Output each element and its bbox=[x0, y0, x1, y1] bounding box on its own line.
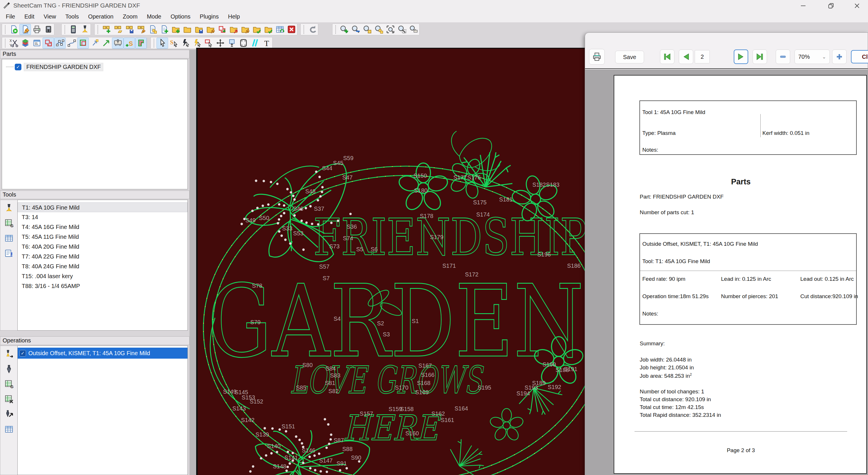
edit-start-points-button[interactable] bbox=[180, 38, 191, 49]
edit-drawing-button[interactable] bbox=[205, 24, 216, 35]
show-nodes-button[interactable] bbox=[54, 38, 66, 49]
restore-button[interactable] bbox=[822, 1, 840, 10]
edit-part-button[interactable] bbox=[135, 24, 147, 35]
layers-button[interactable] bbox=[20, 38, 31, 49]
undo-button[interactable] bbox=[306, 24, 318, 35]
check-drawing-button[interactable] bbox=[251, 24, 262, 35]
panel-splitter[interactable] bbox=[189, 50, 196, 475]
select-mode-button[interactable] bbox=[157, 38, 168, 49]
operation-checkbox[interactable]: ✓ bbox=[20, 350, 26, 357]
menu-plugins[interactable]: Plugins bbox=[195, 11, 223, 22]
open-part-button[interactable] bbox=[112, 24, 124, 35]
run-job-button[interactable] bbox=[79, 24, 91, 35]
op-export-button[interactable] bbox=[4, 409, 14, 419]
drawing-canvas[interactable]: FRIENDSHIP GARDEN LOVE GROWS HERE S44 bbox=[197, 49, 585, 475]
minimize-button[interactable] bbox=[795, 1, 812, 10]
zoom-in-button[interactable] bbox=[338, 24, 350, 35]
menu-view[interactable]: View bbox=[39, 11, 61, 22]
menu-zoom[interactable]: Zoom bbox=[118, 11, 142, 22]
refresh-nest-button[interactable] bbox=[274, 24, 286, 35]
operations-list[interactable]: ✓Outside Offset, KISMET, T1: 45A 10G Fin… bbox=[18, 346, 188, 475]
edit-contours-button[interactable] bbox=[66, 38, 77, 49]
job-list-options-button[interactable] bbox=[31, 38, 42, 49]
material-height-mode-button[interactable] bbox=[226, 38, 238, 49]
menu-tools[interactable]: Tools bbox=[61, 11, 84, 22]
operation-item[interactable]: ✓Outside Offset, KISMET, T1: 45A 10G Fin… bbox=[18, 348, 187, 359]
menu-help[interactable]: Help bbox=[223, 11, 245, 22]
new-drawing-button[interactable] bbox=[170, 24, 181, 35]
tool-item-t4[interactable]: T4: 45A 16G Fine Mild bbox=[18, 222, 187, 232]
quick-start-points-button[interactable] bbox=[191, 38, 203, 49]
previous-page-button[interactable] bbox=[679, 50, 693, 64]
delete-part-button[interactable] bbox=[286, 24, 297, 35]
import-toolpath-button[interactable] bbox=[216, 24, 228, 35]
pan-mode-button[interactable] bbox=[214, 38, 226, 49]
preview-area[interactable]: Tool 1: 45A 10G Fine Mild Type: Plasma K… bbox=[585, 69, 868, 475]
tool-item-t15[interactable]: T15: .004 laser kery bbox=[18, 271, 187, 281]
part-tree-item[interactable]: ✓ FRIENDSHIP GARDEN DXF bbox=[6, 62, 187, 72]
zoom-in-button[interactable] bbox=[832, 50, 846, 64]
op-table-button[interactable] bbox=[4, 424, 14, 435]
zoom-out-button[interactable] bbox=[776, 50, 790, 64]
zoom-out-button[interactable] bbox=[350, 24, 361, 35]
save-part-button[interactable] bbox=[124, 24, 135, 35]
edit-toolpath-button[interactable] bbox=[239, 24, 251, 35]
zoom-extents-button[interactable] bbox=[384, 24, 396, 35]
tool-table-button[interactable] bbox=[4, 233, 14, 243]
paste-part-button[interactable] bbox=[158, 24, 170, 35]
measure-button[interactable]: XY bbox=[8, 38, 20, 49]
tool-item-t7[interactable]: T7: 40A 22G Fine Mild bbox=[18, 251, 187, 261]
load-toolpath-button[interactable] bbox=[228, 24, 239, 35]
zoom-drawing-button[interactable] bbox=[396, 24, 408, 35]
zoom-machine-button[interactable] bbox=[408, 24, 419, 35]
show-offsets-button[interactable] bbox=[135, 38, 147, 49]
tool-item-t1[interactable]: T1: 45A 10G Fine Mild bbox=[18, 202, 187, 212]
first-page-button[interactable] bbox=[660, 50, 675, 64]
zoom-level-select[interactable]: 70% ⌄ bbox=[795, 50, 830, 64]
show-machine-button[interactable] bbox=[112, 38, 124, 49]
op-remove-table-button[interactable] bbox=[4, 394, 14, 404]
open-drawing-button[interactable] bbox=[181, 24, 193, 35]
tool-torch-button[interactable] bbox=[4, 203, 14, 213]
tools-list[interactable]: T1: 45A 10G Fine MildT3: 14T4: 45A 16G F… bbox=[18, 200, 188, 331]
close-button[interactable] bbox=[848, 1, 866, 10]
run-post-processor-button[interactable] bbox=[42, 24, 54, 35]
tool-gcode-table-button[interactable]: G bbox=[4, 218, 14, 228]
menu-operation[interactable]: Operation bbox=[83, 11, 118, 22]
close-preview-button[interactable]: Cl bbox=[851, 50, 868, 63]
last-page-button[interactable] bbox=[752, 50, 767, 64]
plate-mode-button[interactable] bbox=[238, 38, 249, 49]
verify-drawing-button[interactable] bbox=[262, 24, 274, 35]
tool-issues-button[interactable]: ! bbox=[4, 248, 14, 259]
menu-mode[interactable]: Mode bbox=[142, 11, 166, 22]
show-cut-paths-button[interactable] bbox=[42, 38, 54, 49]
menu-options[interactable]: Options bbox=[166, 11, 195, 22]
start-point-mode-button[interactable]: S bbox=[168, 38, 180, 49]
copy-part-button[interactable] bbox=[147, 24, 158, 35]
region-select-mode-button[interactable] bbox=[203, 38, 214, 49]
job-options-button[interactable] bbox=[8, 24, 20, 35]
tool-item-t5[interactable]: T5: 45A 11G Fine Mild bbox=[18, 232, 187, 242]
page-number-input[interactable]: 2 bbox=[695, 50, 710, 63]
menu-file[interactable]: File bbox=[1, 11, 20, 22]
edit-job-button[interactable] bbox=[20, 24, 31, 35]
tool-item-t3[interactable]: T3: 14 bbox=[18, 212, 187, 222]
op-gcode-table-button[interactable]: G bbox=[4, 379, 14, 389]
auto-start-points-button[interactable]: S bbox=[124, 38, 135, 49]
print-button[interactable] bbox=[589, 49, 605, 64]
print-button[interactable] bbox=[31, 24, 42, 35]
move-node-button[interactable] bbox=[89, 38, 100, 49]
op-run-button[interactable] bbox=[4, 349, 14, 359]
zoom-all-parts-button[interactable] bbox=[373, 24, 384, 35]
next-page-button[interactable] bbox=[734, 50, 748, 64]
text-mode-button[interactable]: T bbox=[261, 38, 272, 49]
menu-edit[interactable]: Edit bbox=[20, 11, 39, 22]
part-checkbox[interactable]: ✓ bbox=[15, 64, 22, 70]
kerf-mode-button[interactable] bbox=[249, 38, 261, 49]
zoom-part-button[interactable] bbox=[361, 24, 373, 35]
simulate-button[interactable] bbox=[67, 24, 79, 35]
save-button[interactable]: Save bbox=[615, 51, 644, 63]
op-drill-button[interactable] bbox=[4, 364, 14, 374]
move-part-button[interactable] bbox=[100, 38, 112, 49]
save-drawing-button[interactable] bbox=[193, 24, 205, 35]
